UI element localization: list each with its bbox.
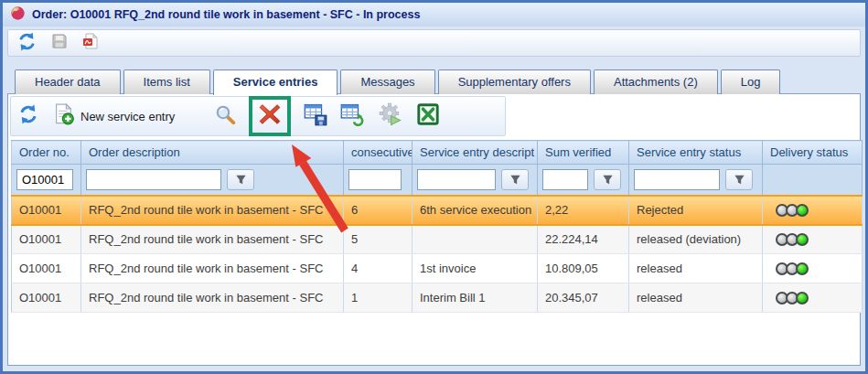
table-row[interactable]: O10001 RFQ_2nd round tile work in baseme… [12,196,863,225]
cell-entry-description [413,225,538,254]
refresh-icon [18,104,38,128]
cell-entry-description: Interim Bill 1 [413,283,538,313]
cell-entry-status: released [629,254,763,283]
table-save-icon [304,102,327,130]
col-entry-status[interactable]: Service entry status [629,141,763,165]
tab-supplementary-offers[interactable]: Supplementary offers [438,69,591,94]
main-toolbar [7,29,861,57]
refresh-entries-button[interactable] [18,104,38,128]
window-title: Order: O10001 RFQ_2nd round tile work in… [32,8,420,21]
cell-order-no: O10001 [12,225,81,254]
excel-icon [417,103,439,129]
cell-entry-description: 6th service execution [413,196,538,225]
export-pdf-button[interactable] [82,33,99,53]
cell-sum-verified: 2,22 [538,196,629,225]
delivery-status-lights [770,233,858,246]
cell-order-no: O10001 [12,283,81,313]
new-service-entry-button[interactable]: New service entry [53,103,175,129]
cell-consecutive: 4 [344,254,413,283]
gear-play-icon [379,102,402,130]
save-button[interactable] [51,33,68,53]
filter-sum-verified-input[interactable] [542,169,588,190]
search-button[interactable] [215,104,236,129]
delete-service-entry-button[interactable] [257,102,283,131]
col-entry-description[interactable]: Service entry descript [413,141,538,165]
table-row[interactable]: O10001 RFQ_2nd round tile work in baseme… [12,254,863,283]
pdf-icon [82,33,99,53]
filter-entry-status-input[interactable] [634,169,720,190]
tab-header-data[interactable]: Header data [15,69,121,94]
cell-entry-description: 1st invoice [413,254,538,283]
filter-entry-status-button[interactable] [725,169,753,190]
filter-sum-verified-button[interactable] [594,169,621,190]
filter-entry-description-button[interactable] [501,169,529,190]
service-toolbar: New service entry [10,96,506,136]
save-icon [51,33,68,53]
filter-order-description-button[interactable] [227,169,254,190]
save-table-layout-button[interactable] [304,102,327,130]
tab-items-list[interactable]: Items list [123,69,210,94]
refresh-icon [17,32,37,55]
cell-sum-verified: 20.345,07 [538,283,629,313]
new-service-entry-label: New service entry [80,110,175,123]
filter-consecutive-input[interactable] [348,169,402,190]
table-refresh-icon [340,102,364,130]
col-order-no[interactable]: Order no. [12,141,81,165]
table-row[interactable]: O10001 RFQ_2nd round tile work in baseme… [12,225,863,254]
magnifier-icon [215,104,236,129]
cell-consecutive: 6 [344,196,413,225]
col-delivery-status[interactable]: Delivery status [763,141,863,165]
annotation-highlight-box [249,96,291,136]
reload-table-button[interactable] [340,102,364,130]
filter-row [12,165,863,196]
table-header-row: Order no. Order description consecutive … [12,141,863,165]
order-window: Order: O10001 RFQ_2nd round tile work in… [0,0,868,374]
filter-entry-description-input[interactable] [417,169,496,190]
tab-strip: Header data Items list Service entries M… [3,69,865,93]
cell-sum-verified: 10.809,05 [538,254,629,283]
funnel-icon [235,174,247,186]
service-entries-table: Order no. Order description consecutive … [11,140,863,313]
cell-consecutive: 5 [344,225,413,254]
delivery-status-lights [770,292,858,305]
col-sum-verified[interactable]: Sum verified [538,141,629,165]
filter-order-description-input[interactable] [86,169,221,190]
table-row[interactable]: O10001 RFQ_2nd round tile work in baseme… [12,283,863,313]
refresh-button[interactable] [17,32,37,55]
filter-order-no-input[interactable] [16,169,73,190]
col-order-description[interactable]: Order description [81,141,344,165]
cell-order-no: O10001 [12,196,81,225]
tab-log[interactable]: Log [721,69,781,94]
funnel-icon [509,174,521,186]
cell-order-description: RFQ_2nd round tile work in basement - SF… [81,225,344,254]
spacer [3,57,865,69]
tab-messages[interactable]: Messages [340,69,434,94]
titlebar: Order: O10001 RFQ_2nd round tile work in… [3,3,865,27]
cell-order-no: O10001 [12,254,81,283]
funnel-icon [734,174,745,186]
delivery-status-lights [770,204,858,217]
cell-entry-status: Rejected [629,196,763,225]
funnel-icon [602,174,614,186]
delivery-status-lights [770,262,858,275]
cell-order-description: RFQ_2nd round tile work in basement - SF… [81,283,344,313]
tab-service-entries[interactable]: Service entries [213,69,338,95]
col-consecutive[interactable]: consecutive [344,141,413,165]
export-excel-button[interactable] [417,103,439,129]
cell-entry-status: released (deviation) [629,225,763,254]
new-document-plus-icon [53,103,75,129]
process-button[interactable] [379,102,402,130]
cell-consecutive: 1 [344,283,413,313]
app-logo-icon [10,5,26,25]
tab-attachments[interactable]: Attachments (2) [594,69,718,94]
cell-order-description: RFQ_2nd round tile work in basement - SF… [81,196,344,225]
cell-entry-status: released [629,283,763,313]
service-entries-panel: New service entry [7,93,861,366]
red-x-icon [257,102,283,131]
cell-sum-verified: 22.224,14 [538,225,629,254]
cell-order-description: RFQ_2nd round tile work in basement - SF… [81,254,344,283]
